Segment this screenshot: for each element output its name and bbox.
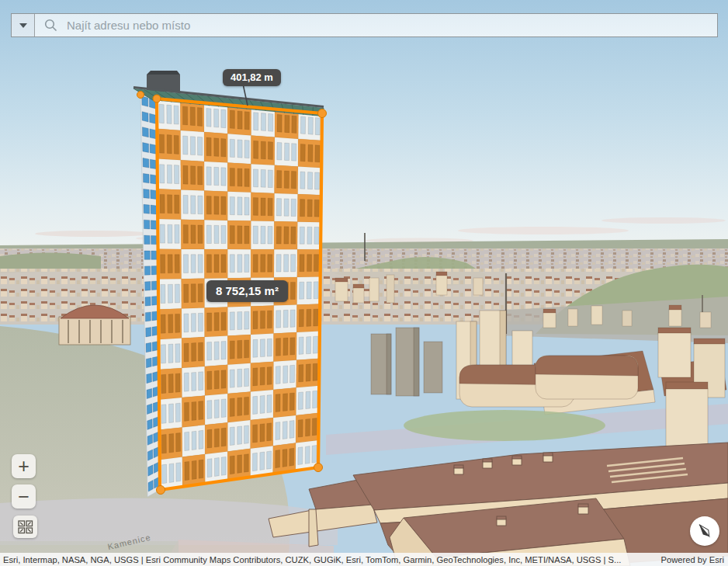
compass-button[interactable] (690, 516, 719, 546)
zoom-in-button[interactable]: + (12, 454, 36, 478)
attribution-sources: Esri, Intermap, NASA, NGA, USGS | Esri C… (0, 555, 650, 564)
search-input[interactable] (65, 13, 717, 37)
search-bar (11, 13, 718, 37)
scene-viewer: 401,82 m 8 752,15 m² + − Kamenice Esri, … (0, 0, 728, 566)
navigation-toggle-button[interactable] (13, 516, 37, 538)
compass-needle-icon (695, 521, 715, 541)
selected-building[interactable] (0, 0, 728, 566)
height-measurement-label: 401,82 m (223, 69, 281, 86)
area-measurement-label: 8 752,15 m² (206, 280, 288, 302)
search-field (35, 14, 717, 36)
tile-arrows-icon (18, 520, 33, 534)
powered-by-esri: Powered by Esri (650, 555, 728, 564)
magnifier-icon (44, 19, 57, 32)
caret-down-icon (19, 23, 27, 28)
zoom-out-button[interactable]: − (12, 484, 36, 509)
search-source-dropdown-button[interactable] (12, 14, 35, 36)
attribution-bar: Esri, Intermap, NASA, NGA, USGS | Esri C… (0, 553, 728, 566)
